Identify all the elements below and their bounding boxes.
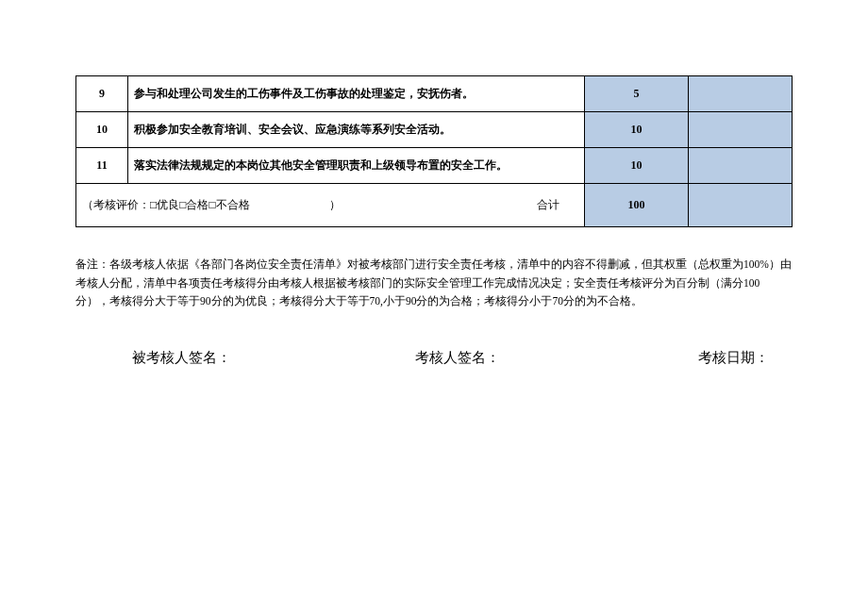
evaluation-cell: （考核评价：□优良□合格□不合格 ） 合计 — [76, 184, 585, 227]
table-row: 9 参与和处理公司发生的工伤事件及工伤事故的处理鉴定，安抚伤者。 5 — [76, 76, 793, 112]
assessment-table: 9 参与和处理公司发生的工伤事件及工伤事故的处理鉴定，安抚伤者。 5 10 积极… — [75, 75, 793, 227]
row-blank — [689, 76, 793, 112]
row-blank — [689, 112, 793, 148]
row-score: 10 — [585, 112, 689, 148]
row-description: 落实法律法规规定的本岗位其他安全管理职责和上级领导布置的安全工作。 — [128, 148, 585, 184]
total-label: 合计 — [537, 197, 578, 213]
row-blank — [689, 148, 793, 184]
row-score: 10 — [585, 148, 689, 184]
evaluation-label: （考核评价：□优良□合格□不合格 ） — [82, 198, 341, 211]
signature-assessed: 被考核人签名： — [132, 349, 415, 367]
row-number: 11 — [76, 148, 128, 184]
row-number: 10 — [76, 112, 128, 148]
footnote: 备注：各级考核人依据《各部门各岗位安全责任清单》对被考核部门进行安全责任考核，清… — [75, 256, 793, 311]
total-blank — [689, 184, 793, 227]
row-number: 9 — [76, 76, 128, 112]
table-row: 11 落实法律法规规定的本岗位其他安全管理职责和上级领导布置的安全工作。 10 — [76, 148, 793, 184]
row-description: 参与和处理公司发生的工伤事件及工伤事故的处理鉴定，安抚伤者。 — [128, 76, 585, 112]
signature-assessor: 考核人签名： — [415, 349, 698, 367]
evaluation-row: （考核评价：□优良□合格□不合格 ） 合计 100 — [76, 184, 793, 227]
signature-row: 被考核人签名： 考核人签名： 考核日期： — [75, 349, 793, 367]
row-description: 积极参加安全教育培训、安全会议、应急演练等系列安全活动。 — [128, 112, 585, 148]
total-score: 100 — [585, 184, 689, 227]
signature-date: 考核日期： — [698, 349, 793, 367]
page-content: 9 参与和处理公司发生的工伤事件及工伤事故的处理鉴定，安抚伤者。 5 10 积极… — [0, 0, 868, 367]
row-score: 5 — [585, 76, 689, 112]
table-row: 10 积极参加安全教育培训、安全会议、应急演练等系列安全活动。 10 — [76, 112, 793, 148]
